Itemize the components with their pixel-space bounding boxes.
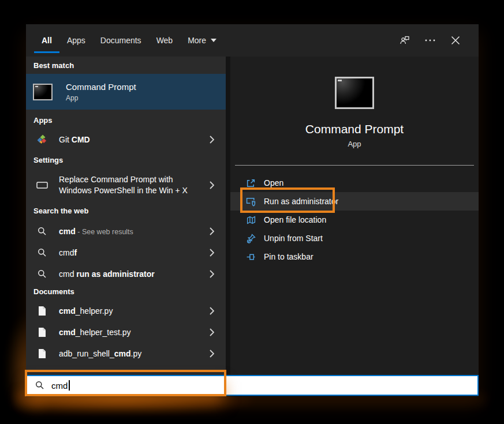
git-cmd-text: Git: [59, 135, 72, 144]
section-header-apps: Apps: [26, 116, 226, 125]
tab-more-label: More: [188, 36, 206, 45]
feedback-icon[interactable]: [399, 35, 410, 46]
doc-name-prefix: adb_run_shell_: [59, 349, 114, 358]
preview-app-title: Command Prompt: [305, 123, 404, 136]
tab-apps[interactable]: Apps: [59, 24, 93, 57]
action-open-label: Open: [264, 178, 283, 187]
web-suggestion-text: run as administrator: [76, 269, 154, 279]
action-open-file-location[interactable]: Open file location: [230, 211, 479, 229]
doc-name-bold: cmd: [59, 306, 76, 316]
file-location-icon: [245, 215, 256, 225]
web-suggestion-text: f: [74, 248, 77, 257]
tab-all-label: All: [42, 36, 52, 45]
result-web-cmd-run-as-administrator[interactable]: cmd run as administrator: [26, 265, 226, 283]
search-flyout-window: All Apps Documents Web More: [26, 24, 479, 397]
document-icon: [33, 327, 51, 337]
doc-name-rest: _helper_test.py: [76, 328, 131, 337]
action-open[interactable]: Open: [230, 174, 479, 192]
result-replace-command-prompt-setting[interactable]: Replace Command Prompt withWindows Power…: [26, 170, 226, 201]
context-actions: Open Run as administrator: [230, 174, 479, 266]
result-web-cmdf[interactable]: cmdf: [26, 244, 226, 261]
chevron-right-icon: [210, 181, 214, 189]
section-header-settings: Settings: [26, 156, 226, 165]
panel-divider: [226, 57, 230, 375]
doc-name-rest: _helper.py: [76, 306, 113, 316]
chevron-right-icon: [210, 249, 214, 257]
tab-web-label: Web: [156, 36, 173, 45]
action-run-as-administrator[interactable]: Run as administrator: [230, 192, 479, 211]
settings-result-line1: Replace Command Prompt with: [59, 175, 173, 184]
search-results-area: Best match Command Prompt App Apps: [26, 57, 479, 375]
pin-icon: [245, 252, 256, 262]
tab-all[interactable]: All: [34, 24, 59, 57]
action-run-as-administrator-label: Run as administrator: [264, 197, 338, 206]
app-preview: Command Prompt App: [230, 57, 479, 148]
chevron-right-icon: [210, 328, 214, 336]
chevron-right-icon: [210, 307, 214, 315]
search-icon: [33, 269, 51, 279]
section-header-search-the-web: Search the web: [26, 207, 226, 216]
git-icon: [33, 134, 51, 145]
web-see-results-text: - See web results: [76, 228, 133, 236]
git-cmd-text-bold: CMD: [72, 135, 90, 144]
chevron-right-icon: [210, 270, 214, 278]
action-unpin-from-start[interactable]: Unpin from Start: [230, 229, 479, 247]
result-best-match-command-prompt[interactable]: Command Prompt App: [26, 74, 226, 110]
filter-tabs: All Apps Documents Web More: [26, 24, 224, 57]
chevron-right-icon: [210, 227, 214, 235]
more-options-icon[interactable]: [424, 35, 436, 46]
doc-name-suffix: .py: [131, 349, 142, 358]
result-doc-cmd-helper-test[interactable]: cmd_helper_test.py: [26, 324, 226, 341]
result-doc-cmd-helper[interactable]: cmd_helper.py: [26, 302, 226, 320]
settings-result-line2: Windows PowerShell in the Win + X: [59, 186, 188, 195]
search-bar: [26, 375, 479, 396]
close-icon[interactable]: [450, 35, 461, 46]
tab-more[interactable]: More: [180, 24, 224, 57]
web-query-text: cmd: [59, 248, 74, 257]
result-git-cmd[interactable]: Git CMD: [26, 130, 226, 149]
section-header-documents: Documents: [26, 287, 226, 297]
doc-name-bold: cmd: [59, 328, 76, 337]
unpin-icon: [245, 233, 256, 243]
results-list-panel: Best match Command Prompt App Apps: [26, 57, 226, 375]
chevron-right-icon: [210, 136, 214, 144]
cmd-app-icon-large: [335, 77, 374, 109]
search-input[interactable]: [51, 381, 225, 391]
action-open-file-location-label: Open file location: [264, 215, 326, 224]
chevron-down-icon: [211, 39, 216, 42]
tab-web[interactable]: Web: [149, 24, 181, 57]
tab-documents-label: Documents: [100, 36, 141, 45]
document-icon: [33, 306, 51, 316]
search-filter-bar: All Apps Documents Web More: [26, 24, 479, 57]
admin-shield-icon: [245, 196, 256, 207]
search-icon: [33, 227, 51, 236]
open-icon: [245, 178, 256, 188]
result-web-cmd-see-web-results[interactable]: cmd - See web results: [26, 223, 226, 240]
topbar-icons: [399, 35, 479, 46]
web-query-text: cmd: [59, 227, 76, 236]
window-icon: [33, 181, 51, 189]
web-query-text: cmd: [59, 269, 76, 279]
result-doc-adb-run-shell-cmd[interactable]: adb_run_shell_cmd.py: [26, 345, 226, 362]
best-match-subtitle: App: [66, 94, 136, 102]
search-icon: [33, 248, 51, 257]
chevron-right-icon: [210, 350, 214, 358]
tab-documents[interactable]: Documents: [93, 24, 149, 57]
action-pin-to-taskbar-label: Pin to taskbar: [264, 252, 313, 261]
cmd-app-icon: [33, 84, 53, 100]
section-header-best-match: Best match: [26, 57, 226, 70]
action-unpin-from-start-label: Unpin from Start: [264, 234, 323, 243]
preview-panel: Command Prompt App Open: [230, 57, 479, 375]
doc-name-bold: cmd: [114, 349, 131, 358]
action-pin-to-taskbar[interactable]: Pin to taskbar: [230, 247, 479, 266]
preview-app-subtitle: App: [348, 140, 361, 148]
preview-divider: [235, 165, 474, 166]
document-icon: [33, 348, 51, 359]
best-match-title: Command Prompt: [66, 81, 136, 92]
magnifier-icon: [35, 381, 44, 390]
text-caret: [69, 380, 70, 391]
tab-apps-label: Apps: [67, 36, 85, 45]
